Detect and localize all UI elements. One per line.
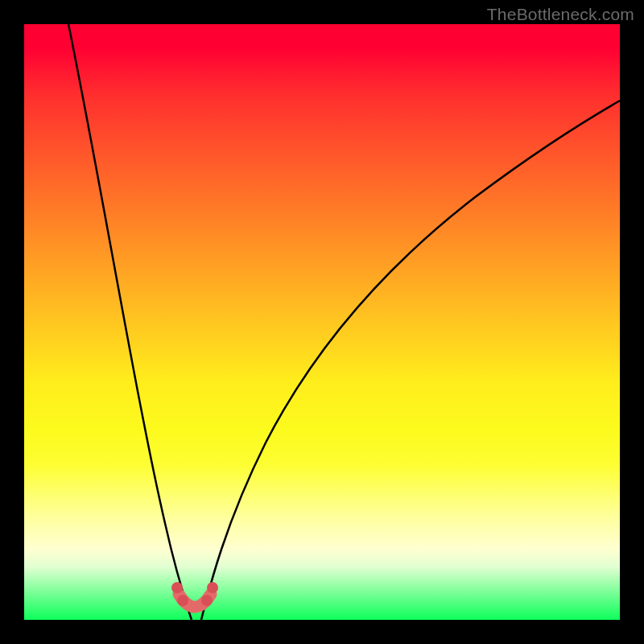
valley-dot: [207, 582, 218, 593]
bottleneck-curve-svg: [24, 24, 620, 620]
valley-dot: [171, 582, 183, 593]
valley-dot: [201, 595, 213, 606]
valley-dot: [177, 595, 188, 606]
watermark-text: TheBottleneck.com: [487, 5, 634, 24]
curve-left-branch: [68, 24, 192, 620]
curve-right-branch: [201, 101, 620, 620]
